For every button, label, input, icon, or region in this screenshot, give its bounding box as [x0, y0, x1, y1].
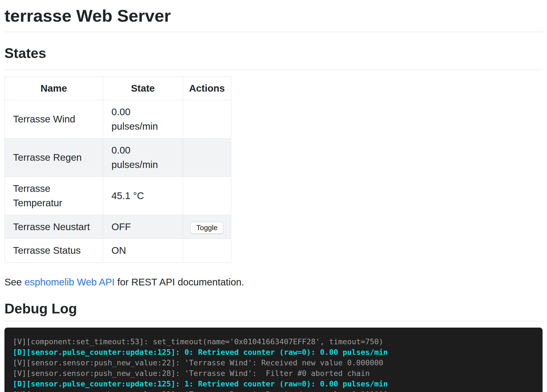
- title-divider: [4, 32, 543, 32]
- column-header-name: Name: [5, 77, 103, 100]
- cell-actions: [183, 177, 231, 215]
- debug-log-divider: [4, 321, 543, 321]
- cell-state: 0.00 pulses/min: [103, 138, 183, 177]
- column-header-state: State: [103, 77, 183, 100]
- table-row: Terrasse Regen0.00 pulses/min: [5, 138, 231, 177]
- log-line: [V][sensor.sensor:push_new_value:22]: 'T…: [13, 389, 534, 392]
- debug-log-heading: Debug Log: [4, 300, 543, 317]
- table-row: Terrasse Temperatur45.1 °C: [5, 177, 231, 215]
- table-row: Terrasse Wind0.00 pulses/min: [5, 100, 231, 138]
- table-row: Terrasse StatusON: [5, 239, 231, 263]
- api-note: See esphomelib Web API for REST API docu…: [4, 275, 543, 290]
- states-heading: States: [4, 45, 543, 62]
- log-line: [D][sensor.pulse_counter:update:125]: 1:…: [13, 379, 534, 389]
- page: terrasse Web Server States Name State Ac…: [4, 6, 543, 392]
- column-header-actions: Actions: [183, 77, 231, 100]
- debug-log-section: Debug Log [V][component:set_timeout:53]:…: [4, 300, 543, 392]
- table-row: Terrasse NeustartOFFToggle: [5, 215, 231, 239]
- cell-state: ON: [103, 239, 183, 263]
- api-note-suffix: for REST API documentation.: [115, 277, 244, 287]
- log-line: [D][sensor.pulse_counter:update:125]: 0:…: [13, 347, 534, 358]
- states-table-body: Terrasse Wind0.00 pulses/minTerrasse Reg…: [5, 100, 231, 262]
- api-note-prefix: See: [4, 277, 24, 287]
- states-table: Name State Actions Terrasse Wind0.00 pul…: [4, 77, 231, 263]
- cell-state: 45.1 °C: [103, 177, 183, 215]
- cell-actions: [183, 239, 231, 263]
- page-title: terrasse Web Server: [4, 6, 543, 26]
- esphomelib-web-api-link[interactable]: esphomelib Web API: [24, 277, 115, 287]
- log-line: [V][sensor.sensor:push_new_value:22]: 'T…: [13, 358, 534, 368]
- log-line: [V][sensor.sensor:push_new_value:28]: 'T…: [13, 368, 534, 379]
- cell-actions: [183, 100, 231, 138]
- cell-state: 0.00 pulses/min: [103, 100, 183, 138]
- cell-name: Terrasse Temperatur: [5, 177, 103, 215]
- table-header-row: Name State Actions: [5, 77, 231, 100]
- states-section: States Name State Actions Terrasse Wind0…: [4, 45, 543, 289]
- cell-name: Terrasse Neustart: [5, 215, 103, 239]
- cell-actions: Toggle: [183, 215, 231, 239]
- states-divider: [4, 69, 543, 70]
- cell-state: OFF: [103, 215, 183, 239]
- log-line: [V][component:set_timeout:53]: set_timeo…: [13, 336, 534, 347]
- cell-name: Terrasse Wind: [5, 100, 103, 138]
- cell-actions: [183, 138, 231, 177]
- cell-name: Terrasse Regen: [5, 138, 103, 177]
- debug-log-console: [V][component:set_timeout:53]: set_timeo…: [4, 328, 543, 392]
- cell-name: Terrasse Status: [5, 239, 103, 263]
- toggle-button[interactable]: Toggle: [190, 222, 223, 234]
